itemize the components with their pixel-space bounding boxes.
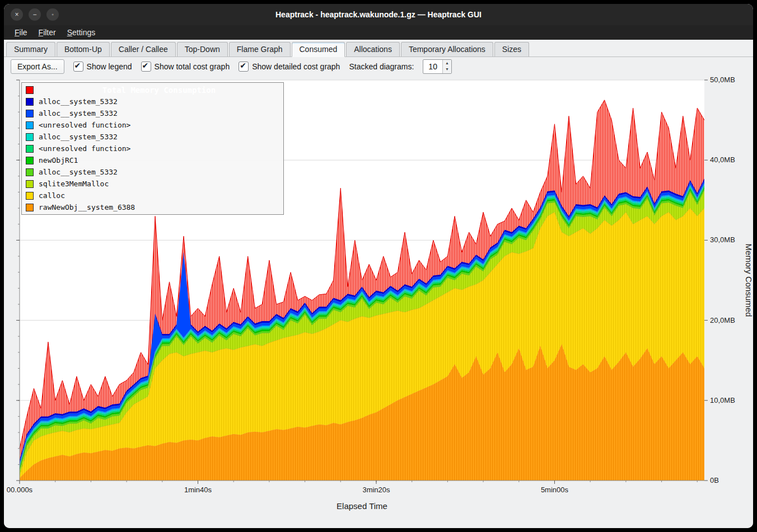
tab-consumed[interactable]: Consumed	[292, 42, 345, 57]
tab-top-down[interactable]: Top-Down	[177, 42, 228, 57]
app-window: × − ▫ Heaptrack - heaptrack.wakunode.1.g…	[4, 4, 753, 528]
legend-swatch	[26, 98, 34, 106]
legend-row: calloc	[22, 190, 283, 201]
x-axis-title: Elapsed Time	[337, 501, 387, 511]
legend-label: rawNewObj__system_6388	[39, 203, 135, 211]
legend-label: <unresolved function>	[39, 121, 130, 129]
tab-caller-callee[interactable]: Caller / Callee	[111, 42, 176, 57]
legend-label: alloc__system_5332	[39, 168, 118, 176]
stacked-diagrams-label: Stacked diagrams:	[349, 62, 414, 71]
menu-settings[interactable]: Settings	[62, 26, 101, 39]
x-axis-tick-label: 3min20s	[362, 486, 390, 494]
y-axis-tick-label: 30,0MB	[710, 236, 735, 244]
checkbox-icon[interactable]	[73, 62, 83, 72]
tab-summary[interactable]: Summary	[6, 42, 55, 57]
legend-label: newObjRC1	[39, 156, 78, 164]
menu-bar: File Filter Settings	[4, 25, 753, 40]
legend-swatch	[26, 180, 34, 188]
maximize-icon[interactable]: ▫	[46, 8, 59, 21]
legend-row: alloc__system_5332	[22, 107, 283, 119]
x-axis-tick-label: 5min00s	[541, 486, 569, 494]
legend-swatch	[26, 204, 34, 211]
legend-row: rawNewObj__system_6388	[22, 201, 283, 213]
checkbox-label: Show total cost graph	[155, 62, 230, 71]
x-axis-tick-label: 00.000s	[7, 486, 33, 494]
checkbox-label: Show legend	[87, 62, 132, 71]
spin-up-icon[interactable]: ▲	[443, 60, 451, 66]
window-controls: × − ▫	[11, 4, 59, 25]
show-total-cost-checkbox[interactable]: Show total cost graph	[141, 62, 230, 72]
legend-row: <unresolved function>	[22, 143, 283, 154]
legend-row: alloc__system_5332	[22, 96, 283, 107]
window-title: Heaptrack - heaptrack.wakunode.1.gz — He…	[4, 10, 753, 19]
legend-swatch	[26, 86, 34, 94]
legend-label: <unresolved function>	[39, 144, 130, 153]
toolbar: Export As... Show legend Show total cost…	[4, 57, 753, 76]
export-as-button[interactable]: Export As...	[11, 59, 64, 74]
legend-row: <unresolved function>	[22, 119, 283, 131]
checkbox-label: Show detailed cost graph	[252, 62, 340, 71]
y-axis-tick-label: 40,0MB	[710, 156, 735, 164]
y-axis-tick-label: 50,0MB	[710, 76, 735, 84]
legend-row: alloc__system_5332	[22, 166, 283, 178]
tab-sizes[interactable]: Sizes	[494, 42, 529, 57]
title-bar: × − ▫ Heaptrack - heaptrack.wakunode.1.g…	[4, 4, 753, 25]
tab-bar: Summary Bottom-Up Caller / Callee Top-Do…	[4, 40, 753, 57]
legend-label: alloc__system_5332	[39, 133, 118, 141]
y-axis-tick-label: 20,0MB	[710, 316, 735, 324]
spinbox-arrows: ▲ ▼	[442, 60, 451, 73]
legend-label: alloc__system_5332	[39, 109, 118, 117]
tab-allocations[interactable]: Allocations	[346, 42, 400, 57]
legend-swatch	[26, 168, 34, 176]
legend-swatch	[26, 192, 34, 200]
legend-row: sqlite3MemMalloc	[22, 178, 283, 190]
legend-label: sqlite3MemMalloc	[39, 180, 109, 188]
show-detailed-cost-checkbox[interactable]: Show detailed cost graph	[239, 62, 340, 72]
legend-swatch	[26, 121, 34, 129]
legend-swatch	[26, 145, 34, 153]
legend-swatch	[26, 133, 34, 141]
legend-title-row: Total Memory Consumption	[22, 84, 283, 96]
legend-swatch	[26, 110, 34, 117]
close-icon[interactable]: ×	[11, 8, 23, 21]
menu-file[interactable]: File	[10, 26, 32, 39]
legend-swatch	[26, 157, 34, 164]
x-axis-tick-label: 1min40s	[184, 486, 212, 494]
legend-label: calloc	[39, 191, 65, 200]
legend-label: alloc__system_5332	[39, 97, 118, 106]
tab-flame-graph[interactable]: Flame Graph	[229, 42, 291, 57]
stacked-diagrams-spinbox[interactable]: 10 ▲ ▼	[423, 59, 452, 74]
tab-bottom-up[interactable]: Bottom-Up	[57, 42, 110, 57]
checkbox-icon[interactable]	[141, 62, 151, 72]
checkbox-icon[interactable]	[239, 62, 249, 72]
memory-consumption-chart[interactable]: 0B10,0MB20,0MB30,0MB40,0MB50,0MB00.000s1…	[4, 76, 753, 528]
y-axis-tick-label: 10,0MB	[710, 396, 735, 404]
legend-row: alloc__system_5332	[22, 131, 283, 143]
legend-row: newObjRC1	[22, 154, 283, 166]
menu-filter[interactable]: Filter	[34, 26, 61, 39]
chart-legend: Total Memory Consumptionalloc__system_53…	[21, 82, 284, 215]
spin-down-icon[interactable]: ▼	[443, 66, 451, 72]
y-axis-tick-label: 0B	[710, 476, 719, 484]
legend-label: Total Memory Consumption	[39, 86, 279, 95]
spinbox-value[interactable]: 10	[423, 60, 442, 73]
minimize-icon[interactable]: −	[29, 8, 41, 21]
show-legend-checkbox[interactable]: Show legend	[73, 62, 132, 72]
y-axis-title: Memory Consumed	[744, 244, 753, 317]
tab-temporary-allocations[interactable]: Temporary Allocations	[401, 42, 493, 57]
